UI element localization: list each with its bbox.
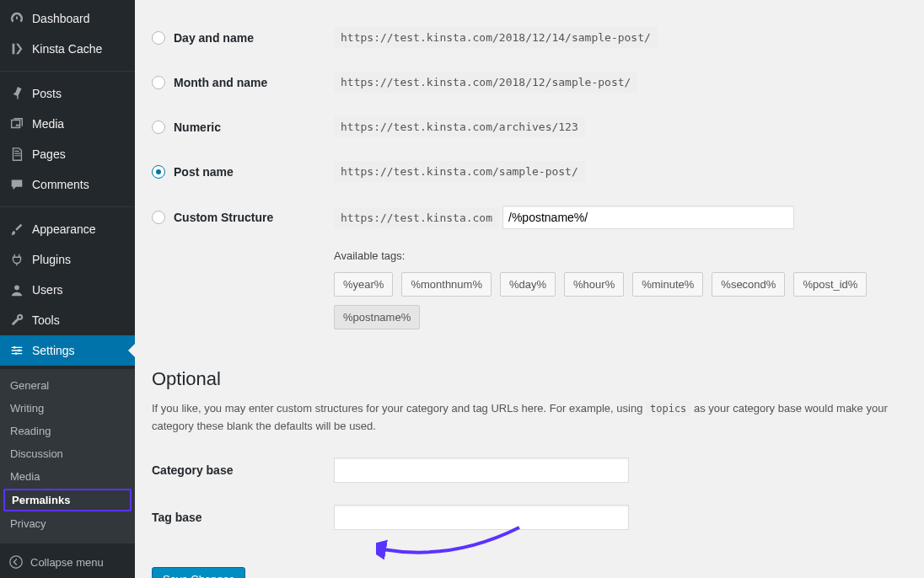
pages-icon	[8, 146, 25, 163]
collapse-icon	[8, 554, 24, 570]
save-changes-button[interactable]: Save Changes	[152, 567, 245, 578]
svg-point-2	[18, 350, 20, 352]
brush-icon	[8, 221, 25, 238]
kinsta-icon	[8, 40, 25, 57]
svg-point-4	[10, 556, 22, 568]
option-label: Numeric	[174, 120, 221, 134]
tag-postname[interactable]: %postname%	[334, 305, 420, 329]
media-icon	[8, 115, 25, 132]
optional-heading: Optional	[152, 368, 924, 390]
sliders-icon	[8, 342, 25, 359]
sidebar-item-label: Pages	[32, 147, 66, 161]
collapse-menu-button[interactable]: Collapse menu	[0, 546, 135, 578]
main-content: Day and namehttps://test.kinsta.com/2018…	[135, 0, 924, 578]
sidebar-item-label: Settings	[32, 344, 75, 357]
sidebar-item-comments[interactable]: Comments	[0, 169, 135, 200]
permalink-option-custom: Custom Structurehttps://test.kinsta.com	[152, 194, 924, 241]
example-url: https://test.kinsta.com/2018/12/14/sampl…	[334, 27, 658, 48]
wrench-icon	[8, 312, 25, 329]
category-base-input[interactable]	[334, 458, 629, 483]
sidebar-item-label: Media	[32, 117, 64, 131]
user-icon	[8, 281, 25, 298]
tag-monthnum[interactable]: %monthnum%	[401, 272, 492, 297]
option-label: Post name	[174, 165, 234, 179]
example-url: https://test.kinsta.com/2018/12/sample-p…	[334, 72, 637, 93]
sidebar-item-pages[interactable]: Pages	[0, 139, 135, 169]
permalink-option-month-name: Month and namehttps://test.kinsta.com/20…	[152, 60, 924, 104]
tag-hour[interactable]: %hour%	[564, 272, 624, 297]
example-code: topics	[646, 401, 690, 416]
sidebar-item-label: Comments	[32, 178, 89, 191]
plug-icon	[8, 251, 25, 268]
sidebar-item-label: Plugins	[32, 253, 71, 266]
option-label: Day and name	[174, 31, 254, 45]
sidebar-item-dashboard[interactable]: Dashboard	[0, 3, 135, 34]
permalink-option-post-name: Post namehttps://test.kinsta.com/sample-…	[152, 149, 924, 194]
submenu-item-discussion[interactable]: Discussion	[0, 442, 135, 465]
radio-day-name[interactable]	[152, 31, 165, 45]
permalink-option-numeric: Numerichttps://test.kinsta.com/archives/…	[152, 104, 924, 149]
svg-point-1	[13, 346, 16, 349]
tag-year[interactable]: %year%	[334, 272, 393, 297]
comment-icon	[8, 176, 25, 193]
custom-structure-input[interactable]	[502, 206, 794, 229]
sidebar-item-settings[interactable]: Settings	[0, 335, 135, 366]
sidebar-item-users[interactable]: Users	[0, 275, 135, 305]
sidebar-item-kinsta-cache[interactable]: Kinsta Cache	[0, 34, 135, 64]
radio-custom[interactable]	[152, 211, 165, 224]
submenu-item-reading[interactable]: Reading	[0, 420, 135, 442]
sidebar-item-plugins[interactable]: Plugins	[0, 244, 135, 275]
sidebar-item-label: Users	[32, 283, 63, 297]
svg-point-0	[14, 285, 19, 290]
tag-second[interactable]: %second%	[712, 272, 785, 297]
example-url: https://test.kinsta.com/archives/123	[334, 116, 585, 137]
submenu-item-permalinks[interactable]: Permalinks	[3, 489, 132, 511]
submenu-item-privacy[interactable]: Privacy	[0, 512, 135, 535]
sidebar-item-label: Tools	[32, 313, 60, 327]
dashboard-icon	[8, 10, 25, 27]
tag-minute[interactable]: %minute%	[632, 272, 703, 297]
submenu-item-general[interactable]: General	[0, 374, 135, 397]
radio-month-name[interactable]	[152, 76, 165, 89]
sidebar-item-label: Dashboard	[32, 12, 90, 25]
settings-submenu: GeneralWritingReadingDiscussionMediaPerm…	[0, 369, 135, 543]
admin-sidebar: DashboardKinsta Cache PostsMediaPagesCom…	[0, 0, 135, 578]
option-label: Custom Structure	[174, 211, 273, 224]
tag-base-input[interactable]	[334, 505, 629, 530]
sidebar-item-label: Kinsta Cache	[32, 42, 102, 56]
available-tags: %year%%monthnum%%day%%hour%%minute%%seco…	[334, 272, 924, 329]
tag-post_id[interactable]: %post_id%	[793, 272, 867, 297]
sidebar-item-media[interactable]: Media	[0, 109, 135, 139]
custom-base-url: https://test.kinsta.com	[334, 207, 499, 228]
optional-description: If you like, you may enter custom struct…	[152, 400, 924, 436]
available-tags-label: Available tags:	[334, 249, 924, 262]
submenu-item-media[interactable]: Media	[0, 465, 135, 488]
radio-numeric[interactable]	[152, 120, 165, 134]
pin-icon	[8, 85, 25, 102]
option-label: Month and name	[174, 76, 267, 89]
category-base-label: Category base	[152, 463, 334, 477]
sidebar-item-tools[interactable]: Tools	[0, 305, 135, 335]
sidebar-item-posts[interactable]: Posts	[0, 78, 135, 109]
radio-post-name[interactable]	[152, 165, 165, 179]
sidebar-item-label: Appearance	[32, 222, 96, 236]
submenu-item-writing[interactable]: Writing	[0, 397, 135, 420]
sidebar-item-label: Posts	[32, 87, 62, 100]
svg-point-3	[15, 352, 18, 355]
example-url: https://test.kinsta.com/sample-post/	[334, 161, 585, 182]
tag-day[interactable]: %day%	[500, 272, 556, 297]
collapse-label: Collapse menu	[30, 556, 104, 569]
sidebar-item-appearance[interactable]: Appearance	[0, 214, 135, 244]
permalink-option-day-name: Day and namehttps://test.kinsta.com/2018…	[152, 15, 924, 60]
tag-base-label: Tag base	[152, 511, 334, 524]
